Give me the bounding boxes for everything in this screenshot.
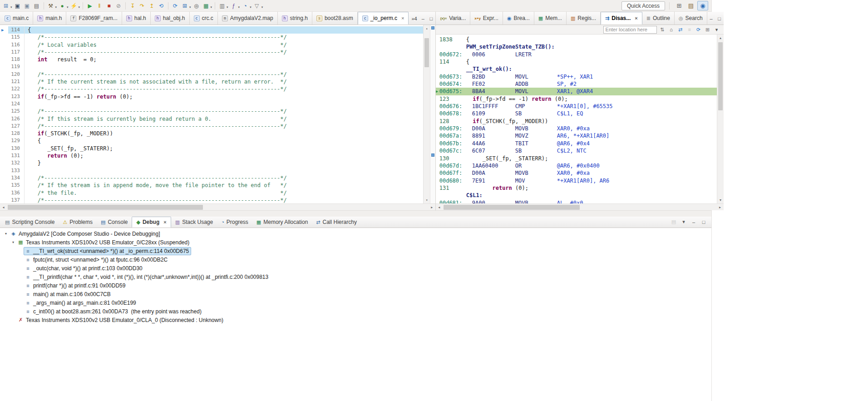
view-tab-outline[interactable]: ≣Outline [642, 12, 675, 25]
scroll-thumb[interactable] [444, 205, 580, 210]
view-tab-brea[interactable]: ◉Brea... [503, 12, 534, 25]
watch-icon[interactable]: ◎ [192, 1, 201, 10]
view-tab-disas[interactable]: ⇉Disas...× [601, 12, 642, 25]
tree-item[interactable]: ◈AmygdalaV2 [Code Composer Studio - Devi… [9, 230, 163, 238]
disassembly-instruction-row[interactable]: 00d673:B2BDMOVL*SP++, XAR1 [436, 73, 717, 80]
code-line[interactable]: 119 [8, 63, 423, 70]
scroll-thumb[interactable] [8, 205, 203, 210]
filter-icon[interactable]: ▽ [252, 1, 261, 10]
code-line[interactable]: 122 /*----------------------------------… [8, 85, 423, 93]
tree-item[interactable]: ≡__TI_printfi(char * *, char *, void *, … [24, 273, 271, 281]
code-line[interactable]: 114{ [8, 26, 423, 34]
disassembly-instruction-row[interactable]: ▶00d675:8BA4MOVLXAR1, @XAR4 [436, 88, 717, 95]
debug-tree-row[interactable]: ✗Texas Instruments XDS100v2 USB Emulator… [0, 316, 711, 324]
code-line[interactable]: 128 if(_STCHK(_fp, _MODER)) [8, 130, 423, 137]
panel-tab-problems[interactable]: ⚠Problems [59, 217, 97, 228]
debug-tree-row[interactable]: ≡printf(char *)() at printf.c:91 0x00DD5… [0, 281, 711, 290]
code-line[interactable]: 120 /*----------------------------------… [8, 71, 423, 78]
code-line[interactable]: 127 /*----------------------------------… [8, 123, 423, 130]
disassembly-instruction-row[interactable]: 00d67b:44A6TBIT@AR6, #0x4 [436, 140, 717, 147]
disassembly-source-row[interactable]: 130 _SET(_fp, _STATERR); [436, 155, 717, 162]
editor-vertical-scrollbar[interactable]: ▴ ▾ [423, 25, 430, 203]
editor-tab[interactable]: hstring.h [278, 12, 312, 25]
code-line[interactable]: 121 /* If the current stream is not asso… [8, 78, 423, 85]
view-tab-varia[interactable]: (x)=Varia... [436, 12, 471, 25]
code-line[interactable]: 115 /*----------------------------------… [8, 34, 423, 41]
debug-tree-row[interactable]: ≡__TI_wrt_ok(struct <unnamed> *)() at _i… [0, 247, 711, 255]
code-line[interactable]: 117 /*----------------------------------… [8, 49, 423, 56]
clear-console-icon[interactable]: ▤ [670, 218, 678, 226]
view-menu-icon[interactable]: ▾ [680, 218, 688, 226]
code-line[interactable]: 124 [8, 100, 423, 108]
debug-tree-row[interactable]: ≡c_int00() at boot28.asm:261 0x00DA73 (t… [0, 307, 711, 316]
disassembly-instruction-row[interactable]: 00d674:FE02ADDBSP, #2 [436, 80, 717, 88]
disassembly-source-row[interactable]: 128 if(_STCHK(_fp, _MODER)) [436, 118, 717, 125]
disassembly-instruction-row[interactable]: 00d67d:1AA60400OR@AR6, #0x0400 [436, 162, 717, 169]
view-tab-mem[interactable]: ▦Mem... [534, 12, 567, 25]
scroll-up-icon[interactable]: ▴ [717, 35, 724, 41]
disassembly-instruction-row[interactable]: 00d678:6109SBC$L1, EQ [436, 110, 717, 117]
code-line[interactable]: 133 [8, 167, 423, 174]
tree-item[interactable]: ≡__TI_wrt_ok(struct <unnamed> *)() at _i… [24, 247, 191, 255]
flash-icon[interactable]: ⚡ [69, 1, 79, 10]
save-icon[interactable]: ▣ [13, 1, 22, 10]
code-line[interactable]: 116 /* Local variables */ [8, 41, 423, 49]
step-over-icon[interactable]: ↷ [138, 1, 147, 10]
view-table-icon[interactable]: ⊞ [180, 1, 189, 10]
open-perspective-icon[interactable]: ⊞ [674, 1, 685, 10]
editor-tab[interactable]: sboot28.asm [312, 12, 358, 25]
minimize-editor-icon[interactable]: – [419, 16, 427, 21]
panel-tab-debug[interactable]: ◈Debug× [132, 217, 171, 228]
scripts-icon[interactable]: ƒ [229, 1, 238, 10]
scroll-left-icon[interactable]: ◂ [436, 204, 443, 211]
refresh-icon[interactable]: ⟳ [171, 1, 180, 10]
debug-tree-row[interactable]: ≡main() at main.c:106 0x00C7CB [0, 290, 711, 298]
build-icon[interactable]: ⚒ [46, 1, 55, 10]
ccs-edit-perspective-icon[interactable]: ▤ [686, 1, 696, 10]
minimize-view-icon[interactable]: – [690, 218, 698, 226]
lock-scroll-icon[interactable]: ⇅ [658, 26, 666, 34]
tree-item[interactable]: ≡printf(char *)() at printf.c:91 0x00DD5… [24, 282, 128, 290]
code-line[interactable]: 129 { [8, 137, 423, 144]
code-line[interactable]: 132 } [8, 159, 423, 167]
step-return-icon[interactable]: ↥ [147, 1, 156, 10]
profile-icon[interactable]: ◔ [241, 1, 250, 10]
debug-tree-row[interactable]: ▾▦Texas Instruments XDS100v2 USB Emulato… [0, 238, 711, 247]
tree-item[interactable]: ≡fputc(int, struct <unnamed> *)() at fpu… [24, 256, 170, 264]
scroll-thumb[interactable] [718, 42, 723, 110]
panel-tab-console[interactable]: ▤Console [97, 217, 132, 228]
terminate-icon[interactable]: ■ [104, 1, 113, 10]
debug-tree-row[interactable]: ▾◈AmygdalaV2 [Code Composer Studio - Dev… [0, 229, 711, 238]
view-menu-icon[interactable]: ▾ [713, 26, 721, 34]
ccs-debug-perspective-icon[interactable]: ◉ [697, 1, 708, 10]
panel-tab-progress[interactable]: ◔Progress [217, 217, 252, 228]
horizontal-sash[interactable] [0, 210, 711, 217]
dropdown-caret-icon[interactable]: ▾ [10, 5, 12, 9]
panel-tab-stack-usage[interactable]: ▥Stack Usage [171, 217, 217, 228]
disassembly-source-row[interactable]: 114{ [436, 58, 717, 65]
editor-tab[interactable]: mAmygdalaV2.map [218, 12, 278, 25]
minimize-view-icon[interactable]: – [707, 16, 715, 21]
step-into-icon[interactable]: ↧ [128, 1, 137, 10]
disassembly-vertical-scrollbar[interactable]: ▴ ▾ [717, 35, 724, 203]
dropdown-caret-icon[interactable]: ▾ [250, 5, 252, 9]
scroll-thumb[interactable] [424, 38, 429, 67]
scroll-track[interactable] [717, 41, 724, 197]
link-with-active-debug-icon[interactable]: ⇄ [676, 26, 685, 34]
close-tab-icon[interactable]: × [635, 16, 637, 21]
dropdown-caret-icon[interactable]: ▾ [211, 5, 212, 9]
view-tab-regis[interactable]: ▥Regis... [567, 12, 601, 25]
disassembly-rows[interactable]: 1838{PWM_setTripZoneState_TZB():00d672:0… [436, 35, 717, 203]
disassembly-label-row[interactable]: C$L1: [436, 192, 717, 199]
resume-icon[interactable]: ▶ [85, 1, 94, 10]
view-tab-expr[interactable]: x+yExpr... [470, 12, 503, 25]
restart-icon[interactable]: ⟲ [157, 1, 166, 10]
editor-tab[interactable]: ccrc.c [190, 12, 218, 25]
dropdown-caret-icon[interactable]: ▾ [189, 5, 191, 9]
scroll-right-icon[interactable]: ▸ [429, 204, 435, 211]
code-line[interactable]: 135 /* If the stream is in append mode, … [8, 182, 423, 189]
dropdown-caret-icon[interactable]: ▾ [79, 5, 80, 9]
maximize-editor-icon[interactable]: □ [427, 16, 435, 21]
disassembly-instruction-row[interactable]: 00d67c:6C07SBC$L2, NTC [436, 147, 717, 154]
expand-arrow-icon[interactable]: ▾ [3, 232, 9, 236]
